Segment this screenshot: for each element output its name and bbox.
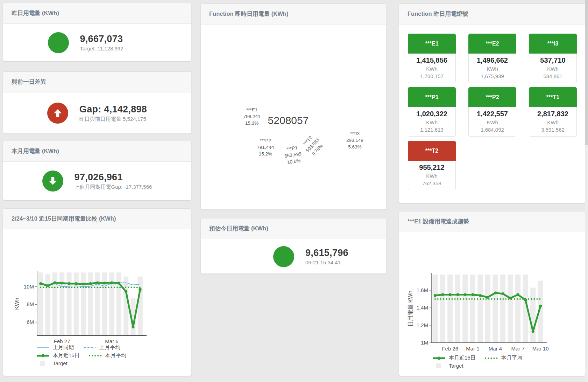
svg-text:日用電量 KWh: 日用電量 KWh	[408, 291, 413, 327]
legend-label: Target	[449, 363, 463, 369]
tile-value: 955,212	[408, 164, 455, 172]
card-title-realtime-usage: Function 即時日用電量 (KWh)	[201, 4, 386, 25]
legend-marker	[83, 345, 96, 350]
tile-unit: KWh	[408, 119, 455, 125]
legend-marker	[36, 353, 50, 358]
tile-body: 1,415,856KWh1,700,157	[408, 54, 456, 83]
tile-label: ***P2	[468, 87, 516, 107]
tile-target-value: 1,700,157	[408, 73, 455, 79]
card-title-forecast-usage: 預估今日用電量 (KWh)	[201, 218, 386, 239]
legend-label: 本月平均	[501, 355, 522, 361]
tile-target-value: 1,675,939	[469, 73, 516, 79]
tile-target-value: 762,358	[408, 180, 455, 186]
svg-text:10M: 10M	[24, 284, 34, 290]
svg-text:Feb 27: Feb 27	[54, 338, 70, 344]
tile-unit: KWh	[529, 119, 576, 125]
tile-unit: KWh	[469, 119, 516, 125]
legend-item[interactable]: 上月平均	[83, 344, 120, 351]
tile-body: 537,710KWh584,861	[529, 54, 577, 83]
tile-unit: KWh	[408, 66, 455, 72]
legend-marker	[432, 363, 446, 368]
month-usage-gap: 上個月同期用電Gap: -17,377,566	[75, 184, 152, 190]
card-title-status-lights: Function 昨日用電燈號	[399, 4, 585, 25]
light-tile-T2: ***T2955,212KWh762,358	[408, 141, 456, 190]
legend-item[interactable]: 本月平均	[89, 352, 126, 359]
donut-slice-label: ***T11,413,18327.1%	[305, 86, 326, 104]
card-month-usage: 本月用電量 (KWh) 97,026,961 上個月同期用電Gap: -17,3…	[3, 141, 191, 200]
tile-value: 2,817,832	[529, 110, 576, 118]
tile-body: 1,422,557KWh1,684,092	[468, 107, 516, 137]
arrow-down-icon	[42, 171, 63, 192]
donut-chart: ***T11,413,18327.1%***I3293,1495.63%***T…	[201, 24, 386, 206]
tile-unit: KWh	[408, 173, 455, 179]
card-title-day-gap: 與前一日差異	[3, 72, 191, 92]
legend-label: 本月平均	[105, 352, 126, 359]
legend-label: 本月近15日	[53, 352, 80, 359]
donut-slice-label: ***P2791,44415.2%	[257, 138, 274, 157]
tile-value: 1,415,856	[408, 56, 455, 64]
light-tile-E1: ***E11,415,856KWh1,700,157	[408, 34, 456, 83]
day-gap-sub: 昨日與前日用電量 5,524,175	[79, 116, 147, 123]
legend-item[interactable]: 本月近15日	[36, 352, 80, 359]
legend-item[interactable]: 本月近15日	[432, 355, 476, 361]
tile-value: 1,020,322	[408, 110, 455, 118]
legend-marker	[36, 345, 50, 350]
tile-label: ***T2	[408, 141, 456, 161]
tile-target-value: 1,684,092	[469, 127, 516, 133]
compare-line-chart: 6M8M10MKWhFeb 27Mar 6	[3, 231, 191, 348]
e1-trend-legend: 本月近15日本月平均Target	[432, 355, 522, 369]
status-tile-grid: ***E11,415,856KWh1,700,157***E21,496,662…	[408, 34, 576, 195]
card-15day-compare-chart: 2/24~3/10 近15日同期用電量比較 (KWh) 6M8M10MKWhFe…	[3, 208, 191, 376]
card-status-lights: Function 昨日用電燈號 ***E11,415,856KWh1,700,1…	[399, 4, 586, 203]
card-realtime-donut: Function 即時日用電量 (KWh) ***T11,413,18327.1…	[200, 4, 386, 210]
status-circle-green	[273, 246, 294, 267]
donut-slice-label: ***E1798,24115.3%	[243, 107, 261, 126]
month-usage-value: 97,026,961	[75, 172, 152, 183]
svg-text:Mar 7: Mar 7	[511, 346, 524, 352]
tile-unit: KWh	[529, 66, 576, 72]
status-circle-green	[48, 32, 69, 53]
svg-text:Mar 4: Mar 4	[489, 346, 502, 352]
svg-text:1.4M: 1.4M	[417, 305, 428, 311]
tile-value: 1,496,662	[469, 56, 516, 64]
tile-target-value: 584,861	[529, 73, 576, 79]
tile-target-value: 3,591,562	[529, 127, 576, 133]
legend-marker	[89, 353, 102, 358]
legend-marker	[432, 356, 446, 361]
legend-marker	[485, 356, 498, 361]
legend-marker	[36, 361, 50, 366]
svg-text:Mar 1: Mar 1	[466, 346, 479, 352]
day-gap-value: Gap: 4,142,898	[79, 104, 147, 115]
tile-body: 1,496,662KWh1,675,939	[468, 54, 516, 83]
card-e1-trend-chart: ***E1 設備用電達成趨勢 1M1.2M1.4M1.6M日用電量 KWhFeb…	[399, 211, 586, 376]
tile-label: ***I3	[529, 34, 577, 54]
yesterday-usage-target: Target: 11,128,992	[80, 46, 147, 51]
tile-target-value: 1,121,613	[408, 127, 455, 133]
legend-item[interactable]: 本月平均	[485, 355, 522, 361]
card-day-gap: 與前一日差異 Gap: 4,142,898 昨日與前日用電量 5,524,175	[3, 71, 191, 134]
forecast-usage-value: 9,615,796	[305, 248, 372, 258]
card-title-yesterday-usage: 昨日用電量 (KWh)	[3, 3, 191, 24]
donut-slice-label: ***T2508,0839.76%	[300, 133, 325, 158]
light-tile-E2: ***E21,496,662KWh1,675,939	[468, 34, 516, 83]
light-tile-P2: ***P21,422,557KWh1,684,092	[468, 87, 516, 137]
yesterday-usage-value: 9,667,073	[80, 34, 147, 44]
donut-slice-label: ***E2850,36216.3%	[262, 78, 279, 96]
tile-body: 1,020,322KWh1,121,613	[408, 107, 456, 137]
card-yesterday-usage: 昨日用電量 (KWh) 9,667,073 Target: 11,128,992	[3, 3, 191, 61]
legend-item[interactable]: Target	[432, 363, 463, 369]
legend-label: Target	[53, 360, 68, 366]
legend-item[interactable]: Target	[36, 360, 68, 366]
svg-text:1M: 1M	[421, 340, 428, 346]
scrollbar-thumb[interactable]	[585, 0, 588, 145]
scrollbar-track[interactable]	[585, 0, 588, 382]
legend-label: 上月平均	[99, 344, 120, 351]
svg-text:Mar 6: Mar 6	[105, 338, 118, 344]
light-tile-I3: ***I3537,710KWh584,861	[529, 34, 577, 83]
tile-body: 955,212KWh762,358	[408, 161, 456, 190]
legend-item[interactable]: 上月同期	[36, 344, 74, 351]
card-title-month-usage: 本月用電量 (KWh)	[3, 141, 191, 162]
light-tile-T1: ***T12,817,832KWh3,591,562	[529, 87, 577, 137]
tile-value: 1,422,557	[469, 110, 516, 118]
card-title-15day-compare: 2/24~3/10 近15日同期用電量比較 (KWh)	[3, 209, 191, 229]
